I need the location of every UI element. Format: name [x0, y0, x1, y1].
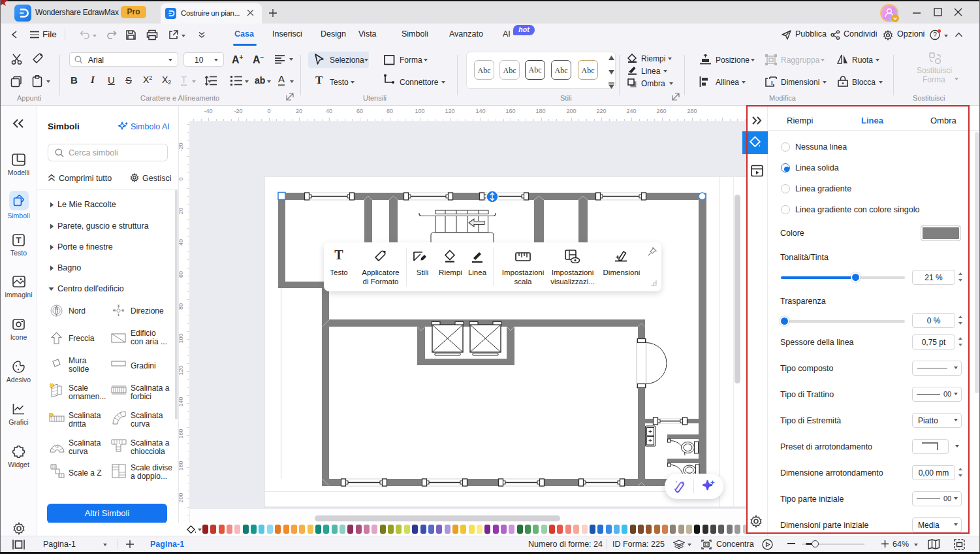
svg-text:E: E — [122, 309, 124, 312]
svg-text:?: ? — [933, 31, 937, 39]
svg-text:I: I — [771, 80, 773, 86]
svg-text:W: W — [113, 309, 116, 312]
svg-text:D: D — [705, 542, 708, 547]
svg-text:N: N — [118, 304, 119, 308]
svg-text:N: N — [55, 307, 58, 311]
svg-text:S: S — [118, 314, 119, 317]
